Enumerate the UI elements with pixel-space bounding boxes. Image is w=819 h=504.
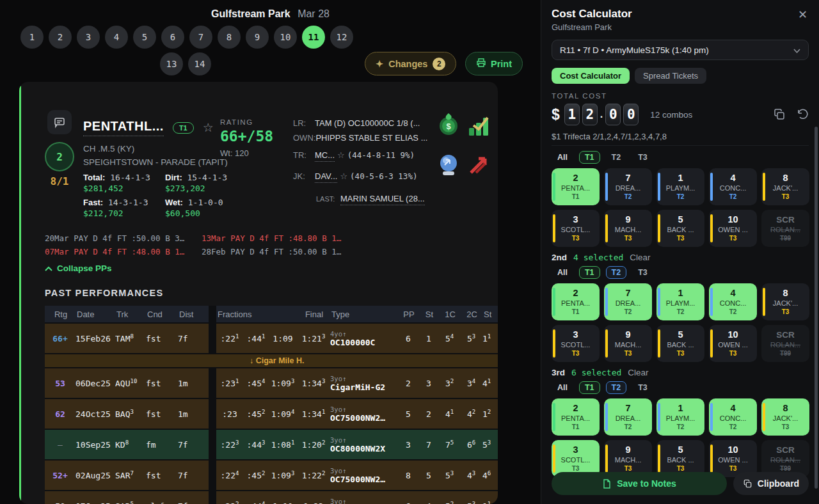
race-button-12[interactable]: 12 bbox=[330, 26, 353, 49]
rating-label: RATING bbox=[220, 118, 273, 126]
horse-tile-7[interactable]: 7DREA...T2 bbox=[604, 168, 652, 205]
race-button-8[interactable]: 8 bbox=[218, 26, 241, 49]
close-icon[interactable]: ✕ bbox=[798, 8, 807, 22]
horse-tile-10[interactable]: 10OWEN ...T3 bbox=[709, 325, 757, 362]
race-button-6[interactable]: 6 bbox=[161, 26, 184, 49]
changes-button[interactable]: ✦ Changes 2 bbox=[365, 52, 456, 75]
copy-icon[interactable] bbox=[773, 108, 786, 121]
pp-row-15Feb26[interactable]: 66+15Feb26TAM8fst7f:221:4411:091:2134yo↑… bbox=[45, 324, 498, 353]
filter-t3[interactable]: T3 bbox=[632, 151, 653, 164]
horse-tile-4[interactable]: 4CONC...T2 bbox=[709, 168, 757, 205]
horse-tile-5[interactable]: 5BACK ...T3 bbox=[656, 210, 704, 247]
horse-tile-10[interactable]: 10OWEN ...T3 bbox=[709, 210, 757, 247]
clear-button[interactable]: Clear bbox=[628, 368, 648, 377]
horse-tile-2[interactable]: 2PENTA...T1 bbox=[552, 283, 600, 320]
horse-tile-7[interactable]: 7DREA...T2 bbox=[604, 398, 652, 436]
clipboard-button[interactable]: Clipboard bbox=[733, 472, 809, 495]
svg-text:$: $ bbox=[446, 122, 451, 131]
filter-t3[interactable]: T3 bbox=[632, 266, 653, 279]
horse-tile-9[interactable]: 9MACH...T3 bbox=[604, 210, 652, 247]
horse-name[interactable]: PENTATHL... bbox=[83, 119, 164, 136]
filter-all[interactable]: All bbox=[552, 266, 573, 279]
filter-t1[interactable]: T1 bbox=[579, 381, 600, 394]
workout-line: 13Mar PAY D 4f FT :48.80 B 1… bbox=[202, 232, 358, 245]
pp-row-10Sep25[interactable]: —10Sep25KD8fm7f:223:4431:0811:2023yo↑OC8… bbox=[45, 430, 498, 459]
tier-accent bbox=[658, 329, 660, 358]
race-select-dropdown[interactable]: R11 • 7f D • ArmyMuleS175k (1:40 pm) bbox=[552, 40, 809, 60]
horse-tile-1[interactable]: 1PLAYM...T2 bbox=[656, 398, 704, 436]
horse-tile-tier: T2 bbox=[624, 423, 632, 431]
collapse-pps-label: Collapse PPs bbox=[57, 264, 112, 273]
race-button-3[interactable]: 3 bbox=[77, 26, 100, 49]
filter-t1[interactable]: T1 bbox=[579, 151, 600, 164]
race-button-10[interactable]: 10 bbox=[274, 26, 297, 49]
collapse-pps-link[interactable]: Collapse PPs bbox=[45, 264, 112, 273]
race-button-13[interactable]: 13 bbox=[160, 52, 183, 75]
star-outline-icon[interactable]: ☆ bbox=[203, 120, 214, 135]
horse-tile-5[interactable]: 5BACK ...T3 bbox=[656, 325, 704, 362]
workout-line: 20Mar PAY D 4f FT :50.00 B 3… bbox=[45, 232, 202, 245]
reset-icon[interactable] bbox=[796, 108, 809, 121]
tab-cost-calculator[interactable]: Cost Calculator bbox=[552, 68, 630, 84]
horse-tile-4[interactable]: 4CONC...T2 bbox=[709, 398, 757, 436]
tier-accent bbox=[710, 329, 713, 358]
horse-tile-name: CONC... bbox=[720, 299, 747, 308]
filter-t3[interactable]: T3 bbox=[632, 381, 653, 394]
horse-tile-9[interactable]: 9MACH...T3 bbox=[604, 325, 652, 362]
horse-tile-3[interactable]: 3SCOTL...T3 bbox=[552, 210, 600, 247]
filter-t2[interactable]: T2 bbox=[606, 151, 627, 164]
pp-row-24Oct25[interactable]: 6224Oct25BAQ3fst1m:23:4521:0941:3413yo↑O… bbox=[45, 399, 498, 429]
filter-t1[interactable]: T1 bbox=[579, 266, 600, 279]
horse-tile-name: PLAYM... bbox=[666, 299, 696, 308]
horse-tile-3[interactable]: 3SCOTL...T3 bbox=[552, 325, 600, 362]
race-button-9[interactable]: 9 bbox=[246, 26, 269, 49]
horse-tile-name: SCOTL... bbox=[561, 340, 591, 349]
save-to-notes-button[interactable]: Save to Notes bbox=[552, 472, 727, 495]
panel-scrollbar[interactable] bbox=[815, 127, 818, 489]
star-outline-icon[interactable]: ☆ bbox=[340, 171, 347, 181]
horse-tile-1[interactable]: 1PLAYM...T2 bbox=[656, 283, 704, 320]
horse-tile-name: PENTA... bbox=[561, 299, 590, 308]
pp-row-07Jun25[interactable]: 5007Jun25SAR5slys7f:222:4441:101:233yo↑O… bbox=[45, 491, 498, 504]
horse-tile-number: 1 bbox=[678, 173, 683, 184]
tier-accent bbox=[658, 288, 660, 316]
horse-tile-8[interactable]: 8JACK'...T3 bbox=[761, 283, 809, 320]
horse-tile-8[interactable]: 8JACK'...T3 bbox=[761, 398, 809, 436]
chevron-down-icon bbox=[793, 45, 800, 55]
pp-row-06Dec25[interactable]: 5306Dec25AQU10fst1m:231:4541:0931:3433yo… bbox=[45, 368, 498, 398]
position-group-1: AllT1T2T32PENTA...T17DREA...T21PLAYM...T… bbox=[552, 145, 809, 247]
horse-tile-name: PENTA... bbox=[561, 414, 590, 423]
horse-tile-8[interactable]: 8JACK'...T3 bbox=[761, 168, 809, 205]
tier-filter-row: AllT1T2T3 bbox=[552, 151, 809, 164]
print-button[interactable]: Print bbox=[465, 52, 523, 75]
race-button-11[interactable]: 11 bbox=[302, 26, 325, 49]
race-button-7[interactable]: 7 bbox=[189, 26, 212, 49]
comment-icon[interactable] bbox=[47, 110, 72, 134]
horse-tile-4[interactable]: 4CONC...T2 bbox=[709, 283, 757, 320]
race-button-5[interactable]: 5 bbox=[133, 26, 156, 49]
horse-tile-2[interactable]: 2PENTA...T1 bbox=[552, 398, 600, 436]
horse-tile-number: 7 bbox=[625, 173, 630, 184]
race-button-2[interactable]: 2 bbox=[49, 26, 72, 49]
tab-spread-tickets[interactable]: Spread Tickets bbox=[635, 68, 706, 84]
pp-row-02Aug25[interactable]: 52+02Aug25SAR7fst7f:224:4521:0931:2223yo… bbox=[45, 461, 498, 490]
record-stat-total: Total: 16-4-1-3 $281,452 bbox=[83, 172, 155, 194]
horse-tile-name: ROLAN... bbox=[770, 340, 800, 349]
tier-accent bbox=[658, 214, 660, 242]
star-outline-icon[interactable]: ☆ bbox=[337, 150, 345, 160]
changes-label: Changes bbox=[388, 59, 427, 69]
filter-all[interactable]: All bbox=[552, 381, 573, 394]
filter-t2[interactable]: T2 bbox=[606, 266, 627, 279]
clear-button[interactable]: Clear bbox=[630, 253, 650, 262]
horse-tile-number: 8 bbox=[783, 288, 788, 299]
horse-tile-2[interactable]: 2PENTA...T1 bbox=[552, 168, 600, 205]
filter-t2[interactable]: T2 bbox=[606, 381, 627, 394]
horse-tile-7[interactable]: 7DREA...T2 bbox=[604, 283, 652, 320]
filter-all[interactable]: All bbox=[552, 151, 573, 164]
program-number-badge: 2 bbox=[45, 142, 74, 171]
race-button-1[interactable]: 1 bbox=[20, 26, 44, 49]
race-button-14[interactable]: 14 bbox=[188, 52, 211, 75]
horse-tile-1[interactable]: 1PLAYM...T2 bbox=[656, 168, 704, 205]
tier-accent bbox=[605, 288, 608, 316]
race-button-4[interactable]: 4 bbox=[105, 26, 128, 49]
